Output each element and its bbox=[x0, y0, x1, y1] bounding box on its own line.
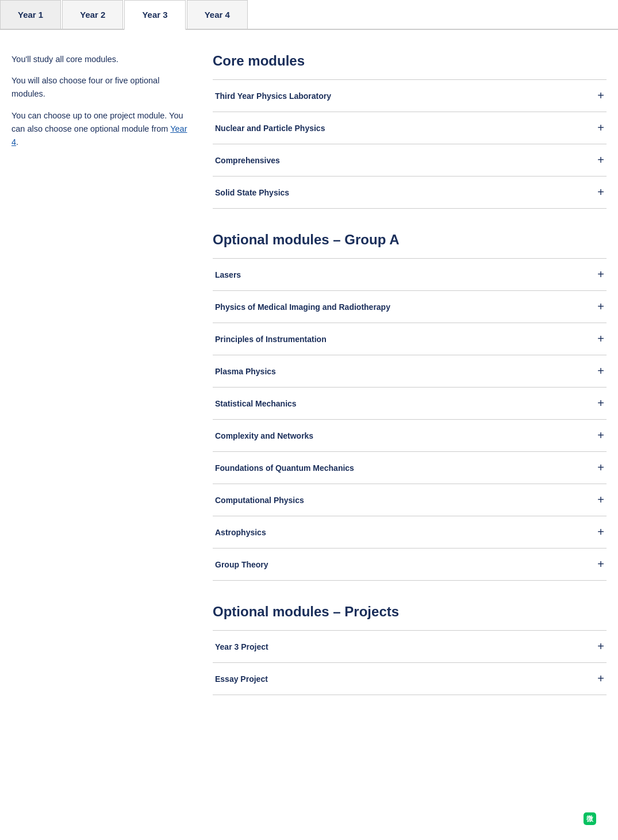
module-label: Foundations of Quantum Mechanics bbox=[215, 463, 354, 473]
module-label: Year 3 Project bbox=[215, 642, 268, 651]
module-label: Computational Physics bbox=[215, 496, 304, 505]
sidebar-para-3: You can choose up to one project module.… bbox=[11, 109, 190, 149]
modules-area: Core modulesThird Year Physics Laborator… bbox=[213, 53, 607, 718]
expand-icon[interactable]: + bbox=[597, 429, 604, 442]
module-item[interactable]: Physics of Medical Imaging and Radiother… bbox=[213, 290, 607, 323]
module-item[interactable]: Principles of Instrumentation+ bbox=[213, 323, 607, 355]
module-item[interactable]: Nuclear and Particle Physics+ bbox=[213, 112, 607, 144]
expand-icon[interactable]: + bbox=[597, 526, 604, 539]
tab-year-3[interactable]: Year 3 bbox=[124, 0, 185, 30]
module-label: Third Year Physics Laboratory bbox=[215, 91, 331, 101]
module-item[interactable]: Comprehensives+ bbox=[213, 144, 607, 176]
expand-icon[interactable]: + bbox=[597, 461, 604, 474]
module-list-1: Lasers+Physics of Medical Imaging and Ra… bbox=[213, 258, 607, 581]
module-label: Physics of Medical Imaging and Radiother… bbox=[215, 302, 390, 312]
module-item[interactable]: Statistical Mechanics+ bbox=[213, 387, 607, 419]
sidebar: You'll study all core modules. You will … bbox=[11, 53, 190, 718]
expand-icon[interactable]: + bbox=[597, 493, 604, 507]
expand-icon[interactable]: + bbox=[597, 300, 604, 313]
module-item[interactable]: Essay Project+ bbox=[213, 662, 607, 695]
sidebar-para-2: You will also choose four or five option… bbox=[11, 74, 190, 101]
module-item[interactable]: Year 3 Project+ bbox=[213, 630, 607, 662]
module-item[interactable]: Complexity and Networks+ bbox=[213, 419, 607, 451]
module-item[interactable]: Solid State Physics+ bbox=[213, 176, 607, 209]
section-title-1: Optional modules – Group A bbox=[213, 232, 607, 248]
expand-icon[interactable]: + bbox=[597, 672, 604, 685]
module-item[interactable]: Plasma Physics+ bbox=[213, 355, 607, 387]
expand-icon[interactable]: + bbox=[597, 558, 604, 571]
year4-link[interactable]: Year 4 bbox=[11, 124, 187, 147]
expand-icon[interactable]: + bbox=[597, 89, 604, 102]
tab-year-1[interactable]: Year 1 bbox=[0, 0, 61, 29]
module-label: Complexity and Networks bbox=[215, 431, 313, 440]
main-content: You'll study all core modules. You will … bbox=[0, 30, 618, 741]
section-title-0: Core modules bbox=[213, 53, 607, 69]
module-label: Nuclear and Particle Physics bbox=[215, 124, 325, 133]
expand-icon[interactable]: + bbox=[597, 121, 604, 135]
module-label: Plasma Physics bbox=[215, 367, 276, 376]
tab-year-4[interactable]: Year 4 bbox=[187, 0, 248, 29]
expand-icon[interactable]: + bbox=[597, 268, 604, 281]
module-item[interactable]: Computational Physics+ bbox=[213, 484, 607, 516]
expand-icon[interactable]: + bbox=[597, 186, 604, 199]
module-label: Lasers bbox=[215, 270, 241, 279]
module-item[interactable]: Lasers+ bbox=[213, 258, 607, 290]
expand-icon[interactable]: + bbox=[597, 365, 604, 378]
module-label: Solid State Physics bbox=[215, 188, 289, 197]
module-item[interactable]: Astrophysics+ bbox=[213, 516, 607, 548]
sidebar-para-1: You'll study all core modules. bbox=[11, 53, 190, 66]
module-label: Astrophysics bbox=[215, 528, 266, 537]
module-item[interactable]: Group Theory+ bbox=[213, 548, 607, 581]
module-item[interactable]: Third Year Physics Laboratory+ bbox=[213, 79, 607, 112]
module-item[interactable]: Foundations of Quantum Mechanics+ bbox=[213, 451, 607, 484]
expand-icon[interactable]: + bbox=[597, 640, 604, 653]
tab-bar: Year 1Year 2Year 3Year 4 bbox=[0, 0, 618, 30]
expand-icon[interactable]: + bbox=[597, 332, 604, 346]
module-list-2: Year 3 Project+Essay Project+ bbox=[213, 630, 607, 695]
expand-icon[interactable]: + bbox=[597, 154, 604, 167]
module-label: Essay Project bbox=[215, 674, 268, 684]
module-label: Comprehensives bbox=[215, 156, 280, 165]
module-label: Statistical Mechanics bbox=[215, 399, 297, 408]
section-title-2: Optional modules – Projects bbox=[213, 604, 607, 620]
tab-year-2[interactable]: Year 2 bbox=[62, 0, 123, 29]
module-label: Group Theory bbox=[215, 560, 268, 569]
module-list-0: Third Year Physics Laboratory+Nuclear an… bbox=[213, 79, 607, 209]
module-label: Principles of Instrumentation bbox=[215, 335, 327, 344]
expand-icon[interactable]: + bbox=[597, 397, 604, 410]
